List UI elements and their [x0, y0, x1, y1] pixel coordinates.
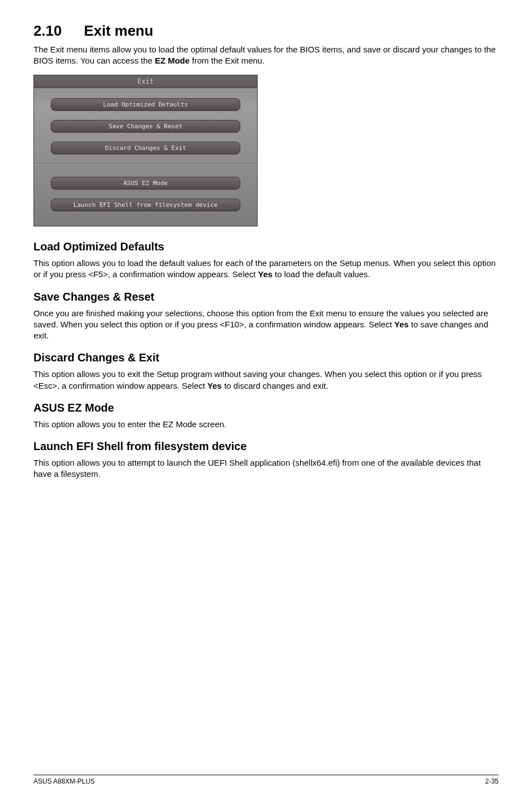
bios-button-save-changes-reset[interactable]: Save Changes & Reset — [51, 120, 240, 133]
intro-pre: The Exit menu items allow you to load th… — [33, 45, 496, 65]
bios-dialog-title: Exit — [34, 75, 257, 88]
section-heading: 2.10Exit menu — [33, 22, 499, 40]
bios-button-launch-efi-shell[interactable]: Launch EFI Shell from filesystem device — [51, 199, 240, 211]
subheading-discard-exit: Discard Changes & Exit — [33, 351, 499, 364]
text-ez-mode: This option allows you to enter the EZ M… — [33, 419, 499, 430]
bios-exit-dialog: Exit Load Optimized Defaults Save Change… — [33, 75, 258, 226]
bios-button-asus-ez-mode[interactable]: ASUS EZ Mode — [51, 177, 240, 190]
bios-button-load-optimized-defaults[interactable]: Load Optimized Defaults — [51, 98, 240, 111]
text-fragment: to load the default values. — [273, 269, 370, 279]
subheading-efi-shell: Launch EFI Shell from filesystem device — [33, 440, 499, 453]
text-bold: Yes — [207, 381, 222, 390]
subheading-load-defaults: Load Optimized Defaults — [33, 240, 499, 253]
subheading-save-reset: Save Changes & Reset — [33, 291, 499, 303]
text-load-defaults: This option allows you to load the defau… — [33, 258, 499, 281]
text-save-reset: Once you are finished making your select… — [33, 308, 499, 342]
text-bold: Yes — [394, 320, 409, 329]
intro-paragraph: The Exit menu items allow you to load th… — [33, 44, 499, 66]
text-bold: Yes — [258, 269, 273, 279]
bios-divider — [34, 163, 257, 165]
text-fragment: to discard changes and exit. — [222, 381, 328, 390]
bios-button-discard-changes-exit[interactable]: Discard Changes & Exit — [51, 142, 240, 154]
intro-bold: EZ Mode — [155, 56, 190, 65]
intro-post: from the Exit menu. — [190, 56, 264, 65]
section-number: 2.10 — [33, 22, 62, 39]
text-efi-shell: This option allows you to attempt to lau… — [33, 457, 499, 480]
bios-dialog-body: Load Optimized Defaults Save Changes & R… — [34, 88, 257, 226]
text-discard-exit: This option allows you to exit the Setup… — [33, 369, 499, 392]
subheading-ez-mode: ASUS EZ Mode — [33, 402, 499, 414]
section-title: Exit menu — [84, 22, 153, 39]
